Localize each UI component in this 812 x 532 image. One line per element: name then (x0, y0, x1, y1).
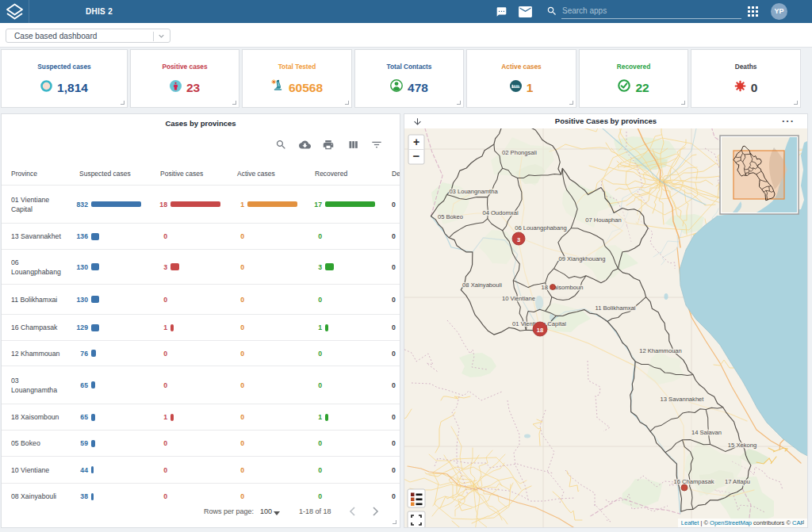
svg-text:3: 3 (517, 236, 520, 243)
svg-text:17 Attapu: 17 Attapu (725, 478, 750, 485)
svg-text:10 Vientiane: 10 Vientiane (502, 295, 535, 302)
svg-text:−: − (413, 149, 420, 163)
svg-text:02 Phongsali: 02 Phongsali (502, 149, 537, 156)
svg-text:08 Xainyabouli: 08 Xainyabouli (462, 281, 502, 289)
svg-text:07 Houaphan: 07 Houaphan (585, 216, 622, 224)
svg-text:11 Bolikhamxai: 11 Bolikhamxai (596, 304, 636, 312)
svg-text:06 Louangphabang: 06 Louangphabang (515, 224, 566, 232)
svg-text:13 Savannakhet: 13 Savannakhet (661, 396, 705, 403)
svg-text:04 Oudomxai: 04 Oudomxai (482, 209, 518, 216)
svg-text:14 Salavan: 14 Salavan (691, 429, 722, 436)
svg-text:Leaflet | © OpenStreetMap cont: Leaflet | © OpenStreetMap contributors ©… (681, 519, 805, 526)
svg-text:18: 18 (537, 327, 543, 334)
svg-text:16 Champasak: 16 Champasak (673, 478, 714, 485)
svg-text:15 Xekong: 15 Xekong (728, 442, 756, 449)
svg-text:09 Xiangkhouang: 09 Xiangkhouang (558, 255, 605, 262)
svg-text:12 Khammouan: 12 Khammouan (639, 347, 682, 354)
svg-text:+: + (413, 136, 419, 148)
svg-text:18 Xaisomboun: 18 Xaisomboun (542, 284, 584, 291)
svg-text:03 Louangnamtha: 03 Louangnamtha (449, 188, 498, 195)
svg-text:05 Bokeo: 05 Bokeo (438, 213, 463, 220)
